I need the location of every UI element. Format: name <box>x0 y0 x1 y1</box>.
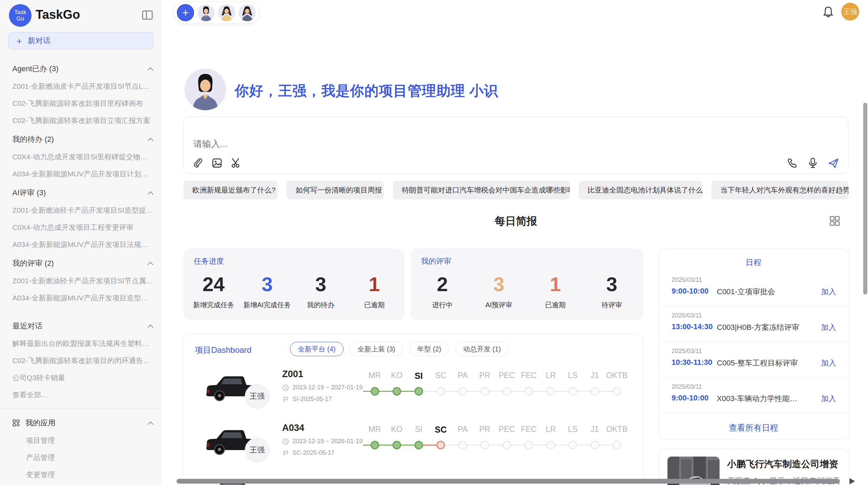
stat-item: 1已逾期 <box>348 269 401 315</box>
agent-avatar-1[interactable] <box>197 4 215 21</box>
scissors-icon[interactable] <box>230 157 242 169</box>
input-right-icons <box>786 157 839 169</box>
suggestion-chip[interactable]: 特朗普可能对进口汽车增税会对中国车企造成哪些影响 <box>393 181 570 199</box>
attachment-icon[interactable] <box>192 157 204 169</box>
milestone-node[interactable] <box>436 441 445 449</box>
dashboard-filter-pill[interactable]: 全新平台 (4) <box>290 342 343 356</box>
suggestion-chip[interactable]: 比亚迪全固态电池计划具体说了什么 <box>579 181 702 199</box>
join-link[interactable]: 加入 <box>821 394 836 404</box>
sidebar-item[interactable]: A034-全新新能源MUV产品开发项目计划变更表编写 <box>12 169 154 179</box>
sidebar-group-header[interactable]: 我的待办 (2) <box>12 134 154 145</box>
image-icon[interactable] <box>211 157 223 169</box>
dashboard-filter-pill[interactable]: 年型 (2) <box>409 342 449 356</box>
sidebar-recent-item[interactable]: 解释最新出台的欧盟报废车法规再生塑料比例被调至15%... <box>12 339 154 348</box>
agent-avatar-2[interactable] <box>218 4 235 21</box>
sidebar-item[interactable]: C0X4-动力总成开发项目工程变更评审 <box>12 223 154 232</box>
milestone-node[interactable] <box>481 441 489 449</box>
milestone-node[interactable] <box>546 441 555 449</box>
suggestion-chip[interactable]: 欧洲新规最近颁布了什么? <box>183 181 278 199</box>
milestone-node[interactable] <box>503 441 511 449</box>
milestone-node[interactable] <box>436 387 445 396</box>
vertical-scrollbar[interactable] <box>863 103 867 295</box>
sidebar-item[interactable]: A034-全新新能源MUV产品开发项目法规符合性评审 <box>12 240 154 249</box>
milestone-node[interactable] <box>525 387 533 396</box>
project-flag-label: SC-2025-05-17 <box>292 449 335 457</box>
chevron-up-icon <box>147 138 154 141</box>
milestone-node[interactable] <box>458 387 467 396</box>
stat-value: 3 <box>606 274 617 294</box>
milestone-node[interactable] <box>591 441 599 449</box>
sidebar-recent-header[interactable]: 最近对话 <box>12 321 154 331</box>
sidebar-item[interactable]: Z001-全新燃油皮卡产品开发项目SI节点Lesson Learn报告 <box>12 82 154 91</box>
project-row[interactable]: 王强A0342023-12-19 ~ 2026-01-19SC-2025-05-… <box>184 418 643 472</box>
view-all-schedule-link[interactable]: 查看所有日程 <box>659 422 848 433</box>
sidebar-item[interactable]: C02-飞腾新能源轻客改款项目立项汇报方案 <box>12 116 154 125</box>
agent-avatar-3[interactable] <box>239 4 256 21</box>
milestone-node[interactable] <box>591 387 599 396</box>
sidebar-item[interactable]: C02-飞腾新能源轻客改款项目里程碑画布 <box>12 99 154 108</box>
sidebar-recent-item[interactable]: C02-飞腾新能源轻客改款项目的闭环通告反馈情况 <box>12 356 154 365</box>
schedule-title: 日程 <box>659 257 848 268</box>
notifications-bell-icon[interactable] <box>823 6 834 18</box>
scroll-right-arrow[interactable] <box>849 478 855 484</box>
milestone-node[interactable] <box>481 387 489 396</box>
join-link[interactable]: 加入 <box>821 358 836 368</box>
milestone-node[interactable] <box>503 387 511 396</box>
sidebar-app-item[interactable]: 变更管理 <box>26 470 154 480</box>
milestone-node[interactable] <box>414 441 423 449</box>
sidebar-content: Agent已办 (3)Z001-全新燃油皮卡产品开发项目SI节点Lesson L… <box>0 49 162 485</box>
new-chat-label: 新对话 <box>28 36 50 46</box>
microphone-icon[interactable] <box>807 157 819 169</box>
suggestion-chip[interactable]: 当下年轻人对汽车外观有怎样的喜好趋势 <box>711 181 848 199</box>
milestone-node[interactable] <box>393 387 401 396</box>
sidebar-item[interactable]: C0X4-动力总成开发项目SI里程碑提交物检查 <box>12 152 154 162</box>
add-agent-button[interactable]: + <box>177 4 194 21</box>
sidebar-collapse-icon[interactable] <box>141 9 154 21</box>
join-link[interactable]: 加入 <box>821 287 836 297</box>
dashboard-filter-pill[interactable]: 全新上装 (3) <box>350 342 403 356</box>
stat-item: 3我的待办 <box>294 269 348 315</box>
stat-label: 我的待办 <box>307 300 335 310</box>
milestone-node[interactable] <box>568 387 577 396</box>
layout-grid-icon[interactable] <box>829 215 841 227</box>
sidebar-item[interactable]: A034-全新新能源MUV产品开发项目造型可行性评审 <box>12 293 154 303</box>
phone-call-icon[interactable] <box>786 157 798 169</box>
project-row[interactable]: 王强Z0012023-12-19 ~ 2027-01-19SI-2025-05-… <box>184 364 643 418</box>
horizontal-scrollbar[interactable] <box>177 479 840 484</box>
sidebar-app-item[interactable]: 项目管理 <box>26 436 154 445</box>
milestone-node[interactable] <box>546 387 555 396</box>
sidebar-header: Task Go TaskGo <box>0 0 162 32</box>
suggestion-chip[interactable]: 如何写一份清晰的项目周报 <box>287 181 384 199</box>
new-chat-button[interactable]: ＋ 新对话 <box>8 32 154 49</box>
milestone-node[interactable] <box>371 441 379 449</box>
milestone-node[interactable] <box>458 441 467 449</box>
send-icon[interactable] <box>828 157 839 169</box>
user-avatar[interactable]: 王强 <box>841 3 859 21</box>
schedule-date: 2025/03/11 <box>672 276 702 284</box>
chevron-up-icon <box>147 191 154 195</box>
sidebar-item[interactable]: Z001-全新燃油轻卡产品开发项目SI造型提交物评审 <box>12 206 154 215</box>
plus-icon: ＋ <box>15 36 24 45</box>
join-link[interactable]: 加入 <box>821 322 836 333</box>
milestone-node[interactable] <box>613 387 621 396</box>
milestone-node[interactable] <box>371 387 379 396</box>
sidebar-my-apps-header[interactable]: 我的应用 <box>12 418 154 428</box>
milestone-node[interactable] <box>414 387 423 396</box>
sidebar-recent-item[interactable]: 查看全部... <box>12 390 154 400</box>
milestone-node[interactable] <box>613 441 621 449</box>
stat-label: AI预评审 <box>485 300 513 310</box>
sidebar-group-header[interactable]: 我的评审 (2) <box>12 258 154 269</box>
sidebar-group-header[interactable]: AI评审 (3) <box>12 188 154 198</box>
sidebar-group-label: 我的评审 (2) <box>12 258 54 269</box>
chat-input[interactable] <box>193 139 776 149</box>
sidebar-group-header[interactable]: Agent已办 (3) <box>12 64 154 74</box>
sidebar-recent-item[interactable]: 公司Q3轻卡销量 <box>12 373 154 383</box>
clock-icon <box>282 384 289 391</box>
dashboard-filter-pill[interactable]: 动总开发 (1) <box>455 342 509 356</box>
sidebar-item[interactable]: Z001-全新燃油轻卡产品开发项目SI节点属性5D文件评审 <box>12 276 154 286</box>
sidebar-app-item[interactable]: 产品管理 <box>26 453 154 462</box>
milestone-node[interactable] <box>393 441 401 449</box>
milestone-node[interactable] <box>525 441 533 449</box>
task-progress-card: 任务进度 24新增完成任务3新增AI完成任务3我的待办1已逾期 <box>183 249 405 320</box>
milestone-node[interactable] <box>568 441 577 449</box>
